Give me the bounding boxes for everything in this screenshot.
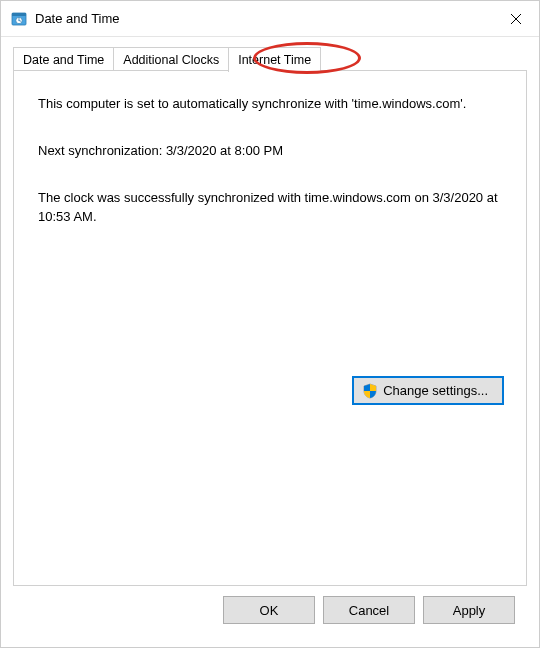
change-settings-label: Change settings... [383, 383, 488, 398]
change-settings-wrap: Change settings... [352, 376, 504, 405]
content-area: Date and Time Additional Clocks Internet… [1, 37, 539, 636]
apply-button[interactable]: Apply [423, 596, 515, 624]
change-settings-button[interactable]: Change settings... [352, 376, 504, 405]
window-title: Date and Time [35, 11, 493, 26]
last-sync-label: The clock was successfully synchronized … [38, 189, 502, 227]
close-button[interactable] [493, 1, 539, 37]
svg-rect-1 [12, 13, 26, 16]
clock-icon [11, 11, 27, 27]
tab-internet-time[interactable]: Internet Time [228, 47, 321, 72]
internet-time-panel: This computer is set to automatically sy… [13, 70, 527, 586]
dialog-footer: OK Cancel Apply [13, 586, 527, 624]
tab-date-and-time[interactable]: Date and Time [13, 47, 114, 71]
sync-description: This computer is set to automatically sy… [38, 95, 502, 114]
tab-strip: Date and Time Additional Clocks Internet… [13, 47, 527, 71]
uac-shield-icon [362, 383, 378, 399]
close-icon [510, 13, 522, 25]
tab-additional-clocks[interactable]: Additional Clocks [113, 47, 229, 71]
ok-button[interactable]: OK [223, 596, 315, 624]
titlebar: Date and Time [1, 1, 539, 37]
next-sync-label: Next synchronization: 3/3/2020 at 8:00 P… [38, 142, 502, 161]
cancel-button[interactable]: Cancel [323, 596, 415, 624]
